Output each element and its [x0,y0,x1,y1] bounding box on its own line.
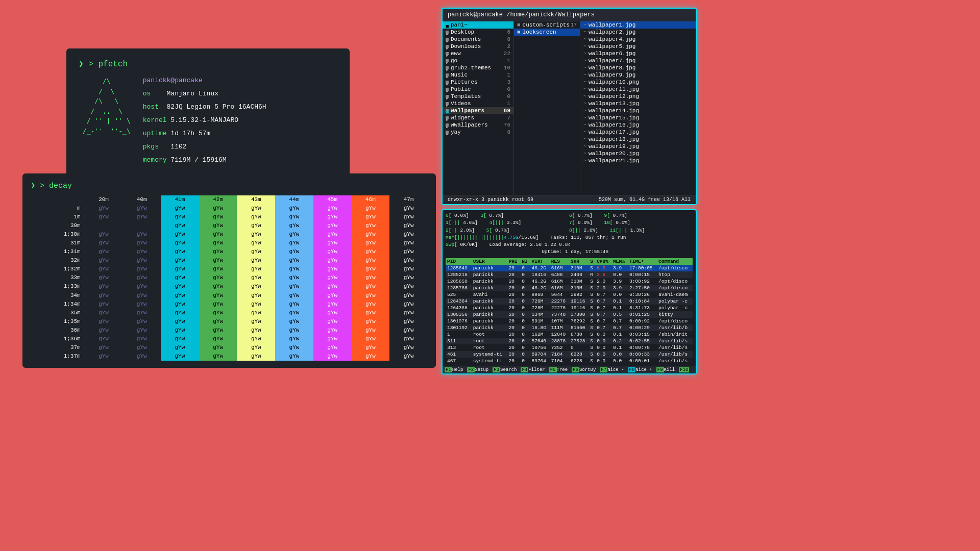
htop-process-row[interactable]: 1300356panickk200134M7374837800S0.70.50:… [446,311,693,318]
htop-process-row[interactable]: 1264366panickk200726M2227619116S0.70.18:… [446,305,693,311]
fm-file-item[interactable]: ~ wallpaper16.jpg [580,121,696,129]
fm-file-item[interactable]: ~ wallpaper6.jpg [580,50,696,57]
pfetch-memory: memory 7119M / 15916M [143,154,266,167]
sidebar-folder-name: yay [451,129,461,135]
fm-file-item[interactable]: ~ wallpaper7.jpg [580,57,696,64]
htop-footer-f9[interactable]: F9Kill [654,366,677,373]
htop-process-row[interactable]: 313root2001075672520S0.00.10:00:78/usr/l… [446,344,693,351]
fm-file-item[interactable]: ~ wallpaper11.jpg [580,86,696,93]
file-icon: ~ [583,122,586,128]
fm-middle-item[interactable]: ■ custom-scripts 17 [514,21,580,29]
htop-process-cell: 6228 [569,351,589,358]
fm-sidebar-item[interactable]: ▸ Templates 0 [443,93,513,100]
htop-footer-f1[interactable]: F1Help [443,366,465,373]
htop-process-row[interactable]: 311root200570402887627528S0.00.20:02:55/… [446,338,693,344]
htop-process-cell: panickk [472,311,507,318]
fm-file-item[interactable]: ~ wallpaper5.jpg [580,43,696,50]
fm-file-item[interactable]: ~ wallpaper2.jpg [580,29,696,36]
htop-process-cell: 0 [520,305,530,311]
decay-row-label: 31m [31,239,85,247]
htop-process-cell: 310M [569,265,589,271]
decay-cell: gYw [122,335,161,343]
htop-process-cell: 107M [550,318,569,324]
htop-col-ni: NI [520,258,530,265]
htop-footer-f8[interactable]: F8Nice + [626,366,654,373]
htop-process-row[interactable]: 467systemd-ti2008970471046228S0.00.00:00… [446,358,693,364]
fm-sidebar-item[interactable]: ▸ yay 8 [443,129,513,136]
file-name: wallpaper19.jpg [589,143,639,149]
fm-file-item[interactable]: ~ wallpaper17.jpg [580,129,696,136]
fm-file-item[interactable]: ~ wallpaper9.jpg [580,71,696,79]
htop-process-cell: 616M [550,265,569,271]
htop-process-row[interactable]: 1285766panickk20046.2G616M310MS2.03.92:2… [446,285,693,291]
htop-process-cell: 20 [507,298,521,305]
htop-process-cell: 0.1 [611,344,628,351]
fm-file-item[interactable]: ~ wallpaper14.jpg [580,107,696,114]
decay-cell: gYw [199,291,237,300]
htop-process-cell: 22276 [550,305,569,311]
decay-cell: gYw [85,230,123,239]
htop-footer-f4[interactable]: F4Filter [519,366,547,373]
htop-process-cell: 20 [507,271,521,278]
htop-process-cell: 20 [507,351,521,358]
fm-sidebar-item[interactable]: ■ pani~ [443,21,513,29]
fm-sidebar-item[interactable]: ▸ Music 1 [443,71,513,79]
htop-process-row[interactable]: 1301192panickk20016.8G111M81560S0.70.70:… [446,324,693,331]
sidebar-folder-name: go [451,58,457,64]
htop-process-cell: /opt/disco [657,278,693,285]
htop-process-cell: 18416 [530,271,550,278]
htop-footer-f6[interactable]: F6SortBy [570,366,598,373]
htop-process-row[interactable]: 461systemd-ti2008970471046228S0.00.00:00… [446,351,693,358]
folder-icon: ▸ [446,45,449,48]
fm-file-item[interactable]: ~ wallpaper8.jpg [580,64,696,71]
fm-file-item[interactable]: ~ wallpaper12.png [580,93,696,100]
fm-middle-item[interactable]: ■ lockscreen [514,29,580,36]
fm-sidebar-item[interactable]: ■ Wallpapers 69 [443,107,513,114]
file-name: wallpaper2.jpg [589,29,635,35]
decay-col-44m: 44m [275,195,313,204]
htop-footer-f10[interactable]: F10 [677,366,691,373]
htop-footer-f7[interactable]: F7Nice - [598,366,626,373]
fm-sidebar-item[interactable]: ▸ eww 22 [443,50,513,57]
fm-file-item[interactable]: ~ wallpaper18.jpg [580,136,696,143]
fm-file-item[interactable]: ~ wallpaper20.jpg [580,150,696,157]
fm-file-item[interactable]: ~ wallpaper21.jpg [580,157,696,164]
htop-footer-f2[interactable]: F2Setup [465,366,491,373]
fm-file-item[interactable]: ~ wallpaper10.png [580,79,696,86]
htop-process-cell: 0:00:15 [628,271,657,278]
htop-footer-f5[interactable]: F5Tree [547,366,570,373]
htop-process-row[interactable]: 1root200162M120408780S0.00.10:03:15/sbin… [446,331,693,338]
pfetch-content: /\ / \ /\ \ / ,, \ / '' | '' \ /_-'' ''-… [79,74,337,167]
fm-file-item[interactable]: ~ wallpaper15.jpg [580,114,696,121]
decay-cell: gYw [161,300,199,309]
fm-sidebar-item[interactable]: ▸ go 1 [443,57,513,64]
fm-sidebar-item[interactable]: ▸ Public 0 [443,86,513,93]
file-icon: ~ [583,87,586,92]
htop-process-row[interactable]: 1264364panickk200726M2227619116S0.70.10:… [446,298,693,305]
fm-file-item[interactable]: ~ wallpaper4.jpg [580,36,696,43]
htop-process-cell: 10756 [530,344,550,351]
htop-process-row[interactable]: 1285216panickk2001841664883408R2.60.00:0… [446,271,693,278]
fm-file-item[interactable]: ~ wallpaper1.jpg [580,21,696,29]
fm-file-item[interactable]: ~ wallpaper19.jpg [580,143,696,150]
fm-file-item[interactable]: ~ wallpaper13.jpg [580,100,696,107]
fm-sidebar: ■ pani~ ▸ Desktop 6 ▸ Documents 8 ▸ Down… [443,21,514,195]
htop-footer-f3[interactable]: F3Search [491,366,519,373]
fm-sidebar-item[interactable]: ▸ widgets 7 [443,114,513,121]
decay-cell: gYw [199,317,237,326]
htop-process-row[interactable]: 1285650panickk20046.2G616M310MS2.03.93:0… [446,278,693,285]
fm-sidebar-item[interactable]: ▸ Desktop 6 [443,29,513,36]
htop-process-row[interactable]: 1301076panickk200591M107M76292S0.70.70:0… [446,318,693,324]
fm-sidebar-item[interactable]: ▸ Downloads 2 [443,43,513,50]
fm-sidebar-item[interactable]: ▸ Videos 1 [443,100,513,107]
decay-cell: gYw [389,343,428,352]
decay-cell: gYw [275,204,313,213]
htop-process-row[interactable]: 1285649panickk20046.2G616M310MS6.63.917:… [446,265,693,271]
fm-sidebar-item[interactable]: ▸ WWallpapers 76 [443,121,513,129]
fm-sidebar-item[interactable]: ▸ Documents 8 [443,36,513,43]
sidebar-count: 3 [507,79,510,85]
fm-sidebar-item[interactable]: ▸ Pictures 3 [443,79,513,86]
decay-cell: gYw [85,213,123,221]
fm-sidebar-item[interactable]: ▸ grub2-themes 10 [443,64,513,71]
htop-process-row[interactable]: 525avahi200996856443992S0.70.06:38:26ava… [446,291,693,298]
